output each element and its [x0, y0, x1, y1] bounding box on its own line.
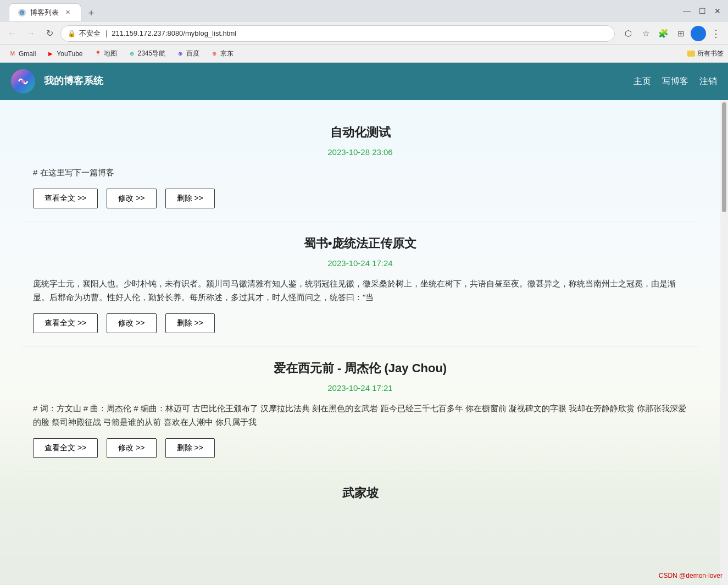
maps-icon: 📍 — [94, 50, 102, 58]
blog-post-1: 自动化测试 2023-10-28 23:06 # 在这里写下一篇博客 查看全文 … — [22, 111, 698, 222]
scrollbar-track[interactable] — [720, 100, 728, 585]
app-content: 我的博客系统 主页 写博客 注销 自动化测试 2023-10- — [0, 63, 728, 585]
minimize-button[interactable]: — — [681, 5, 693, 17]
tab-bar: b 博客列表 ✕ + — [4, 1, 676, 21]
bookmark-button[interactable]: ☆ — [638, 26, 653, 41]
active-tab[interactable]: b 博客列表 ✕ — [9, 3, 81, 21]
profile-button[interactable]: 👤 — [691, 26, 706, 41]
forward-button[interactable]: → — [23, 26, 38, 41]
post-1-date: 2023-10-28 23:06 — [22, 147, 698, 157]
new-tab-button[interactable]: + — [84, 5, 99, 21]
gmail-icon: M — [9, 50, 16, 58]
post-1-view-button[interactable]: 查看全文 >> — [33, 189, 98, 208]
watermark: CSDN @demon-lover — [659, 572, 723, 580]
post-1-actions: 查看全文 >> 修改 >> 删除 >> — [22, 189, 698, 208]
site-title: 我的博客系统 — [44, 75, 103, 87]
reload-button[interactable]: ↻ — [42, 26, 57, 41]
post-1-excerpt: # 在这里写下一篇博客 — [22, 165, 698, 180]
post-3-delete-button[interactable]: 删除 >> — [165, 438, 215, 458]
window-controls: — ☐ ✕ — [681, 5, 724, 17]
bookmark-maps[interactable]: 📍 地图 — [90, 47, 121, 60]
main-content: 自动化测试 2023-10-28 23:06 # 在这里写下一篇博客 查看全文 … — [0, 100, 728, 585]
jd-icon: ⊕ — [210, 50, 218, 58]
post-3-excerpt: # 词：方文山 # 曲：周杰伦 # 编曲：林迈可 古巴比伦王颁布了 汉摩拉比法典… — [22, 401, 698, 429]
scrollbar-thumb[interactable] — [722, 102, 726, 212]
post-2-view-button[interactable]: 查看全文 >> — [33, 313, 98, 333]
post-3-title: 爱在西元前 - 周杰伦 (Jay Chou) — [22, 360, 698, 377]
post-3-actions: 查看全文 >> 修改 >> 删除 >> — [22, 438, 698, 458]
url-bar-actions: ⬡ ☆ 🧩 ⊞ 👤 ⋮ — [620, 26, 724, 41]
post-4-title: 武家坡 — [22, 485, 698, 501]
nav-home[interactable]: 主页 — [633, 76, 651, 87]
url-text: 不安全 ｜ 211.159.172.237:8080/myblog_list.h… — [79, 29, 236, 38]
cast-button[interactable]: ⬡ — [620, 26, 636, 41]
bookmark-2345-label: 2345导航 — [138, 49, 166, 58]
post-2-edit-button[interactable]: 修改 >> — [107, 313, 156, 333]
post-3-date: 2023-10-24 17:21 — [22, 383, 698, 393]
post-3-edit-button[interactable]: 修改 >> — [107, 438, 156, 458]
post-2-delete-button[interactable]: 删除 >> — [165, 313, 215, 333]
blog-post-3: 爱在西元前 - 周杰伦 (Jay Chou) 2023-10-24 17:21 … — [22, 347, 698, 472]
site-nav: 我的博客系统 主页 写博客 注销 — [0, 63, 728, 100]
post-1-title: 自动化测试 — [22, 124, 698, 141]
bookmark-gmail[interactable]: M Gmail — [4, 48, 40, 59]
blog-list: 自动化测试 2023-10-28 23:06 # 在这里写下一篇博客 查看全文 … — [0, 100, 720, 585]
bookmark-baidu[interactable]: ⊕ 百度 — [172, 47, 204, 60]
svg-point-2 — [21, 80, 25, 83]
url-bar[interactable]: 🔒 不安全 ｜ 211.159.172.237:8080/myblog_list… — [60, 25, 615, 42]
bookmark-maps-label: 地图 — [104, 49, 117, 58]
bookmark-2345[interactable]: ⊕ 2345导航 — [124, 47, 170, 60]
bookmark-gmail-label: Gmail — [19, 50, 36, 58]
post-2-excerpt: 庞统字士元，襄阳人也。少时朴钝，未有识者。颍川司马徽清雅有知人鉴，统弱冠往见徽，… — [22, 277, 698, 305]
bookmark-youtube-label: YouTube — [57, 50, 82, 58]
nav-logout[interactable]: 注销 — [699, 76, 717, 87]
bookmarks-bar: M Gmail ▶ YouTube 📍 地图 ⊕ 2345导航 ⊕ 百度 ⊕ 京… — [0, 45, 728, 63]
2345-icon: ⊕ — [128, 50, 136, 58]
bookmark-jd-label: 京东 — [220, 49, 234, 58]
post-2-actions: 查看全文 >> 修改 >> 删除 >> — [22, 313, 698, 333]
blog-post-4: 武家坡 — [22, 472, 698, 521]
tab-favicon: b — [18, 9, 26, 16]
back-button[interactable]: ← — [4, 26, 20, 41]
nav-write[interactable]: 写博客 — [662, 76, 688, 87]
address-bar: ← → ↻ 🔒 不安全 ｜ 211.159.172.237:8080/myblo… — [0, 22, 728, 45]
blog-post-2: 蜀书•庞统法正传原文 2023-10-24 17:24 庞统字士元，襄阳人也。少… — [22, 222, 698, 347]
content-scroll[interactable]: 自动化测试 2023-10-28 23:06 # 在这里写下一篇博客 查看全文 … — [0, 100, 728, 585]
folder-icon — [687, 51, 695, 57]
bookmark-jd[interactable]: ⊕ 京东 — [206, 47, 238, 60]
tab-title: 博客列表 — [30, 8, 59, 18]
tab-close-button[interactable]: ✕ — [63, 8, 72, 17]
bookmark-youtube[interactable]: ▶ YouTube — [42, 48, 87, 59]
baidu-icon: ⊕ — [176, 50, 184, 58]
post-1-delete-button[interactable]: 删除 >> — [165, 189, 215, 208]
extensions-button[interactable]: 🧩 — [655, 26, 671, 41]
maximize-button[interactable]: ☐ — [696, 5, 708, 17]
browser-menu-button[interactable]: ⊞ — [673, 26, 688, 41]
post-2-title: 蜀书•庞统法正传原文 — [22, 235, 698, 252]
bookmark-baidu-label: 百度 — [186, 49, 199, 58]
post-2-date: 2023-10-24 17:24 — [22, 258, 698, 268]
close-button[interactable]: ✕ — [712, 5, 724, 17]
nav-links: 主页 写博客 注销 — [633, 76, 717, 87]
site-logo — [11, 69, 35, 93]
title-bar: b 博客列表 ✕ + — ☐ ✕ — [0, 0, 728, 22]
more-menu-button[interactable]: ⋮ — [708, 26, 724, 41]
lock-icon: 🔒 — [68, 30, 76, 37]
bookmarks-folder[interactable]: 所有书签 — [687, 49, 724, 58]
post-1-edit-button[interactable]: 修改 >> — [107, 189, 156, 208]
post-3-view-button[interactable]: 查看全文 >> — [33, 438, 98, 458]
youtube-icon: ▶ — [47, 50, 54, 58]
bookmarks-all-label: 所有书签 — [697, 49, 724, 58]
